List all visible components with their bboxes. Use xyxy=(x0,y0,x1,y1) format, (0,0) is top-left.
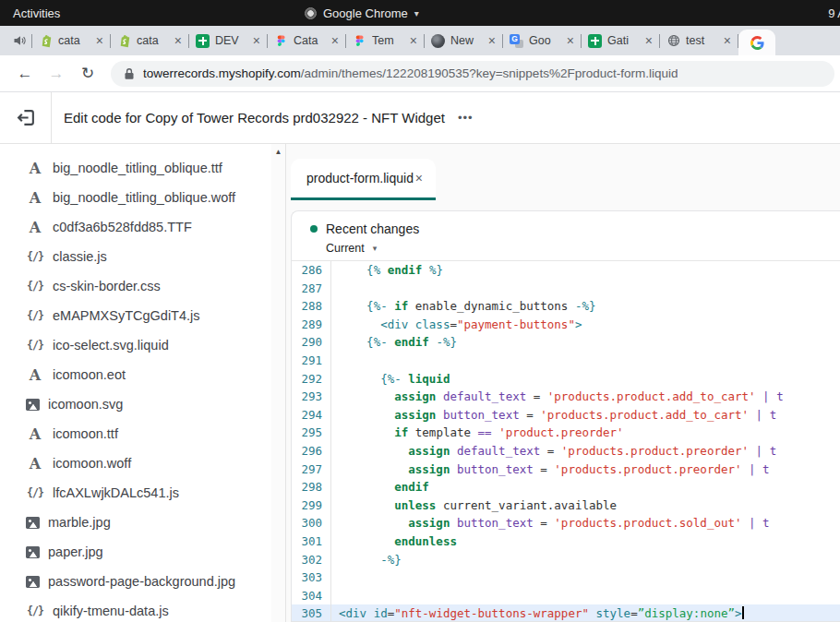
browser-tab-cata[interactable]: cata× xyxy=(32,26,110,55)
reload-icon[interactable]: ↻ xyxy=(74,64,102,83)
line-number: 301 xyxy=(292,532,331,551)
chevron-down-icon: ▾ xyxy=(373,244,378,253)
code-line-304[interactable]: 304 xyxy=(292,587,840,605)
file-item-eMAPMXSyTCgGdiT4.js[interactable]: {/}eMAPMXSyTCgGdiT4.js xyxy=(0,301,285,330)
code-text: {%- endif -%} xyxy=(331,333,840,352)
line-number: 302 xyxy=(292,551,331,569)
browser-tab-cata[interactable]: Cata× xyxy=(268,26,345,55)
tab-close-icon[interactable]: × xyxy=(567,34,574,47)
code-line-302[interactable]: 302 -%} xyxy=(292,551,840,569)
tab-title: Gati xyxy=(607,34,640,47)
scroll-up-icon[interactable]: ▲ xyxy=(271,144,285,156)
version-dropdown[interactable]: Current ▾ xyxy=(326,242,840,255)
code-line-303[interactable]: 303 xyxy=(292,568,840,587)
browser-tab-new[interactable]: New× xyxy=(425,26,502,55)
code-line-295[interactable]: 295 if template == 'product.preorder' xyxy=(292,424,840,442)
code-line-289[interactable]: 289 <div class="payment-buttons"> xyxy=(292,316,840,334)
file-item-big_noodle_titling_oblique.woff[interactable]: Abig_noodle_titling_oblique.woff xyxy=(0,183,285,212)
code-line-291[interactable]: 291 xyxy=(292,352,840,370)
file-item-cs-skin-border.css[interactable]: {/}cs-skin-border.css xyxy=(0,271,285,301)
back-icon[interactable]: ← xyxy=(11,65,39,83)
code-line-288[interactable]: 288 {%- if enable_dynamic_buttons -%} xyxy=(292,297,840,316)
line-number: 292 xyxy=(292,370,331,389)
code-line-292[interactable]: 292 {%- liquid xyxy=(292,370,840,389)
file-item-icomoon.ttf[interactable]: Aicomoon.ttf xyxy=(0,419,285,449)
desktop-top-bar: Activities Google Chrome ▾ 9 A xyxy=(0,0,840,26)
file-item-classie.js[interactable]: {/}classie.js xyxy=(0,242,285,271)
file-item-lfcAXLwjkDALc541.js[interactable]: {/}lfcAXLwjkDALc541.js xyxy=(0,478,285,508)
file-name: icomoon.woff xyxy=(53,456,131,471)
figma-favicon xyxy=(274,34,288,48)
tab-close-icon[interactable]: × xyxy=(331,34,339,47)
line-number: 293 xyxy=(292,388,331,406)
code-line-298[interactable]: 298 endif xyxy=(292,478,840,496)
code-text: if template == 'product.preorder' xyxy=(331,424,840,442)
url-text[interactable]: towerrecords.myshopify.com/admin/themes/… xyxy=(143,66,678,80)
line-number: 288 xyxy=(292,297,331,316)
code-line-296[interactable]: 296 assign default_text = 'products.prod… xyxy=(292,442,840,461)
browser-tab-cata[interactable]: cata× xyxy=(111,26,188,55)
code-line-297[interactable]: 297 assign button_text = 'products.produ… xyxy=(292,461,840,479)
line-number: 305 xyxy=(292,604,331,622)
file-item-icomoon.woff[interactable]: Aicomoon.woff xyxy=(0,449,285,478)
tab-close-icon[interactable]: × xyxy=(174,34,182,47)
editor-file-tab[interactable]: product-form.liquid × xyxy=(291,159,436,200)
tab-close-icon[interactable]: × xyxy=(410,34,417,47)
image-file-icon xyxy=(26,517,40,529)
tab-close-icon[interactable]: × xyxy=(488,34,496,47)
code-line-301[interactable]: 301 endunless xyxy=(292,532,840,551)
file-item-marble.jpg[interactable]: marble.jpg xyxy=(0,508,285,537)
code-line-286[interactable]: 286 {% endif %} xyxy=(292,261,840,280)
address-bar[interactable]: towerrecords.myshopify.com/admin/themes/… xyxy=(111,61,834,87)
url-path: /admin/themes/122208190535?key=snippets%… xyxy=(301,66,678,80)
chrome-icon xyxy=(305,7,317,19)
browser-tab-strip: cata×cata×DEV×Cata×Tem×New×GGoo×Gati×tes… xyxy=(0,26,840,55)
code-line-299[interactable]: 299 unless current_variant.available xyxy=(292,496,840,515)
browser-tab-tem[interactable]: Tem× xyxy=(346,26,424,55)
editor-tab-label: product-form.liquid xyxy=(291,171,415,185)
tab-close-icon[interactable]: × xyxy=(96,34,103,47)
browser-tab-dev[interactable]: DEV× xyxy=(189,26,267,55)
code-text: endunless xyxy=(331,532,840,551)
tab-close-icon[interactable]: × xyxy=(724,34,731,47)
code-line-290[interactable]: 290 {%- endif -%} xyxy=(292,333,840,352)
clock[interactable]: 9 A xyxy=(828,6,840,20)
browser-tab-test[interactable]: test× xyxy=(660,26,738,55)
code-line-293[interactable]: 293 assign default_text = 'products.prod… xyxy=(292,388,840,406)
activities-button[interactable]: Activities xyxy=(0,0,73,26)
file-item-qikify-tmenu-data.js[interactable]: {/}qikify-tmenu-data.js xyxy=(0,596,285,622)
file-item-icomoon.eot[interactable]: Aicomoon.eot xyxy=(0,360,285,389)
font-file-icon: A xyxy=(26,366,44,384)
code-text: endif xyxy=(331,478,840,496)
file-item-big_noodle_titling_oblique.ttf[interactable]: Abig_noodle_titling_oblique.ttf xyxy=(0,153,285,183)
file-item-icomoon.svg[interactable]: icomoon.svg xyxy=(0,389,285,419)
code-line-294[interactable]: 294 assign button_text = 'products.produ… xyxy=(292,406,840,425)
browser-tab-gati[interactable]: Gati× xyxy=(582,26,659,55)
close-icon[interactable]: × xyxy=(415,171,423,185)
line-number: 299 xyxy=(292,496,331,515)
file-name: lfcAXLwjkDALc541.js xyxy=(53,485,179,500)
code-line-300[interactable]: 300 assign button_text = 'products.produ… xyxy=(292,514,840,532)
lock-icon[interactable] xyxy=(124,67,135,80)
speaker-icon[interactable] xyxy=(7,33,31,48)
code-editor[interactable]: 286 {% endif %}287288 {%- if enable_dyna… xyxy=(292,261,840,622)
overflow-menu-icon[interactable]: ••• xyxy=(458,111,474,125)
code-line-305[interactable]: 305<div id="nft-widget-buttons-wrapper" … xyxy=(292,604,840,622)
tab-close-icon[interactable]: × xyxy=(645,34,653,47)
browser-tab-google[interactable] xyxy=(738,30,775,55)
file-item-paper.jpg[interactable]: paper.jpg xyxy=(0,537,285,567)
browser-tab-goo[interactable]: GGoo× xyxy=(503,26,581,55)
image-file-icon xyxy=(26,399,40,411)
forward-icon[interactable]: → xyxy=(42,65,70,83)
tab-close-icon[interactable]: × xyxy=(253,34,260,47)
code-file-icon: {/} xyxy=(26,250,44,263)
file-item-password-page-background.jpg[interactable]: password-page-background.jpg xyxy=(0,567,285,596)
file-item-c0df3a6b528fdd85.TTF[interactable]: Ac0df3a6b528fdd85.TTF xyxy=(0,212,285,242)
code-line-287[interactable]: 287 xyxy=(292,280,840,298)
sidebar-scrollbar[interactable]: ▲ xyxy=(271,144,285,622)
app-menu[interactable]: Google Chrome ▾ xyxy=(305,6,419,20)
code-text xyxy=(331,280,840,298)
sheets-favicon xyxy=(196,34,210,48)
file-item-ico-select.svg.liquid[interactable]: {/}ico-select.svg.liquid xyxy=(0,330,285,360)
exit-code-editor-button[interactable] xyxy=(17,108,36,127)
